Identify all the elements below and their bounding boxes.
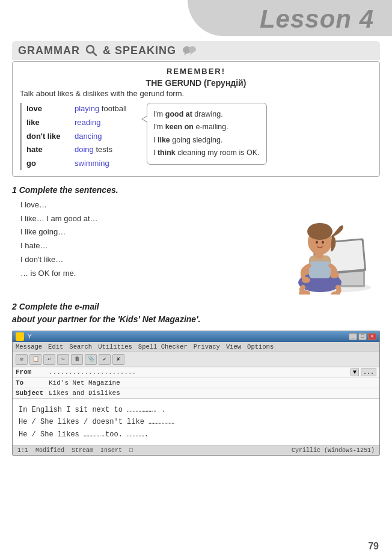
menu-message[interactable]: Message bbox=[16, 343, 42, 350]
email-toolbar: ✉ 📋 ↩ ↪ 🗑 📎 ✔ ✘ bbox=[13, 352, 379, 367]
gerund-playing: playing football bbox=[75, 103, 141, 115]
toolbar-btn-5[interactable]: 🗑 bbox=[71, 354, 83, 365]
verbs-column: love like don't like hate go bbox=[26, 103, 75, 170]
exercise-2: 2 Complete the e-mail about your partner… bbox=[12, 301, 380, 456]
exercise-2-number: 2 Complete the e-mail bbox=[12, 302, 99, 311]
grammar-content: love like don't like hate go playing foo… bbox=[20, 103, 372, 170]
gerunds-column: playing football reading dancing doing t… bbox=[75, 103, 141, 170]
titlebar-title: Y bbox=[28, 333, 32, 340]
sentence-5: I don't like… bbox=[20, 253, 266, 267]
gerund-dancing: dancing bbox=[75, 130, 141, 143]
svg-point-17 bbox=[302, 277, 310, 283]
lesson-title: Lesson 4 bbox=[260, 5, 374, 34]
toolbar-btn-3[interactable]: ↩ bbox=[43, 354, 55, 365]
gerund-swimming: swimming bbox=[75, 157, 141, 170]
from-controls: ▼ ... bbox=[351, 368, 376, 376]
status-position: 1:1 bbox=[17, 447, 28, 454]
menu-view[interactable]: View bbox=[226, 343, 241, 350]
sentence-1: I love… bbox=[20, 198, 266, 212]
titlebar-left: Y bbox=[16, 332, 32, 341]
exercise-1-content: I love… I like… I am good at… I like goi… bbox=[12, 198, 380, 295]
gerund-subtitle: Talk about likes & dislikes with the ger… bbox=[20, 89, 372, 98]
menu-search[interactable]: Search bbox=[69, 343, 92, 350]
email-statusbar: 1:1 Modified Stream Insert □ Cyrillic (W… bbox=[13, 445, 379, 455]
gerund-reading: reading bbox=[75, 117, 141, 129]
menu-edit[interactable]: Edit bbox=[48, 343, 63, 350]
email-field-from: From ...................... ▼ ... bbox=[13, 367, 379, 378]
verb-dont-like: don't like bbox=[26, 130, 69, 143]
exercise-2-subtitle: about your partner for the 'Kids' Net Ma… bbox=[12, 314, 200, 324]
toolbar-btn-4[interactable]: ↪ bbox=[57, 354, 69, 365]
status-modified: Modified bbox=[35, 447, 64, 454]
svg-point-22 bbox=[316, 240, 318, 243]
toolbar-btn-6[interactable]: 📎 bbox=[85, 354, 97, 365]
minimize-button[interactable]: _ bbox=[349, 333, 357, 340]
main-content: GRAMMAR & SPEAKING REMEMBER! THE GERUND … bbox=[12, 41, 380, 456]
remember-box: REMEMBER! THE GERUND (Герундій) Talk abo… bbox=[12, 61, 380, 177]
body-line-2: He / She likes / doesn't like ……………… bbox=[19, 416, 373, 428]
sentence-6: … is OK for me. bbox=[20, 267, 266, 281]
status-encoding: Cyrillic (Windows-1251) bbox=[292, 447, 375, 454]
statusbar-left: 1:1 Modified Stream Insert □ bbox=[17, 447, 133, 454]
svg-rect-16 bbox=[309, 261, 331, 278]
to-value: Kid's Net Magazine bbox=[49, 379, 120, 386]
verb-go: go bbox=[26, 157, 69, 170]
subject-value: Likes and Dislikes bbox=[49, 389, 120, 397]
body-line-1: In English I sit next to ………………. . bbox=[19, 404, 373, 416]
toolbar-btn-7[interactable]: ✔ bbox=[99, 354, 111, 365]
example-box: I'm good at drawing. I'm keen on e-maili… bbox=[147, 103, 267, 165]
sentence-2: I like… I am good at… bbox=[20, 212, 266, 226]
remember-label: REMEMBER! bbox=[20, 67, 372, 76]
from-label: From bbox=[16, 368, 49, 376]
email-app-icon bbox=[16, 332, 24, 341]
email-window: Y _ □ ✕ Message Edit Search Utilities Sp… bbox=[12, 331, 380, 456]
from-dots[interactable]: ... bbox=[361, 368, 376, 376]
example-line-4: I think cleaning my room is OK. bbox=[153, 147, 260, 159]
grammar-label: GRAMMAR bbox=[18, 44, 80, 57]
email-titlebar: Y _ □ ✕ bbox=[13, 331, 379, 342]
to-label: To bbox=[16, 379, 49, 386]
sentences-list: I love… I like… I am good at… I like goi… bbox=[12, 198, 266, 295]
status-insert: Insert bbox=[100, 447, 122, 454]
exercise-2-title: 2 Complete the e-mail about your partner… bbox=[12, 301, 380, 326]
left-border bbox=[20, 103, 22, 170]
example-line-1: I'm good at drawing. bbox=[153, 108, 260, 121]
toolbar-btn-8[interactable]: ✘ bbox=[112, 354, 124, 365]
girl-image bbox=[266, 198, 380, 295]
email-body: In English I sit next to ………………. . He / … bbox=[13, 399, 379, 445]
email-field-to: To Kid's Net Magazine bbox=[13, 378, 379, 388]
subject-label: Subject bbox=[16, 389, 49, 397]
menu-options[interactable]: Options bbox=[247, 343, 274, 350]
verb-like: like bbox=[26, 117, 69, 129]
close-button[interactable]: ✕ bbox=[368, 333, 376, 340]
menu-privacy[interactable]: Privacy bbox=[194, 343, 220, 350]
gerund-title: THE GERUND (Герундій) bbox=[20, 78, 372, 88]
email-fields: From ...................... ▼ ... To Kid… bbox=[13, 367, 379, 399]
sentence-4: I hate… bbox=[20, 239, 266, 253]
search-icon bbox=[85, 44, 98, 57]
toolbar-btn-1[interactable]: ✉ bbox=[16, 354, 28, 365]
svg-point-18 bbox=[330, 272, 338, 278]
menu-spellchecker[interactable]: Spell Checker bbox=[138, 343, 188, 350]
example-line-2: I'm keen on e-mailing. bbox=[153, 121, 260, 133]
section-header: GRAMMAR & SPEAKING bbox=[12, 41, 380, 60]
from-value: ...................... bbox=[49, 368, 136, 376]
maximize-button[interactable]: □ bbox=[358, 333, 367, 340]
toolbar-btn-2[interactable]: 📋 bbox=[29, 354, 41, 365]
menu-utilities[interactable]: Utilities bbox=[98, 343, 132, 350]
body-line-3: He / She likes ………….too. …………. bbox=[19, 429, 373, 441]
status-stream: Stream bbox=[72, 447, 93, 454]
verb-hate: hate bbox=[26, 144, 69, 156]
page-number: 79 bbox=[368, 541, 379, 552]
speech-bubbles-icon bbox=[182, 45, 197, 56]
email-menubar: Message Edit Search Utilities Spell Chec… bbox=[13, 342, 379, 352]
from-dropdown[interactable]: ▼ bbox=[351, 368, 359, 376]
sentence-3: I like going… bbox=[20, 225, 266, 239]
separator-label: & bbox=[103, 44, 111, 57]
svg-line-1 bbox=[93, 52, 97, 56]
verb-love: love bbox=[26, 103, 69, 115]
email-field-subject: Subject Likes and Dislikes bbox=[13, 388, 379, 399]
gerund-doing: doing tests bbox=[75, 144, 141, 156]
svg-point-23 bbox=[322, 240, 324, 243]
exercise-1: 1 Complete the sentences. I love… I like… bbox=[12, 185, 380, 295]
